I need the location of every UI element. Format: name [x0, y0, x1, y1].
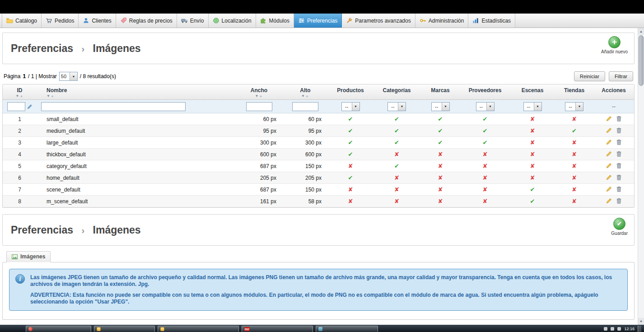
col-header-nombre[interactable]: Nombre▼▲	[37, 84, 235, 100]
taskbar-window-5[interactable]	[316, 326, 378, 332]
edit-pencil-icon[interactable]	[606, 116, 612, 123]
tab-modulos[interactable]: Módulos	[256, 14, 294, 28]
tab-envio[interactable]: Envío	[177, 14, 209, 28]
id-filter-input[interactable]	[7, 102, 25, 111]
check-icon: ✔	[348, 151, 353, 158]
tab-reglas-de-precios[interactable]: Reglas de precios	[116, 14, 177, 28]
table-row[interactable]: 1small_default60 px60 px✔✔✔✔✘✘	[3, 113, 634, 125]
show-desktop-button[interactable]	[638, 326, 641, 332]
edit-pencil-icon[interactable]	[606, 186, 612, 193]
delete-trash-icon[interactable]	[616, 151, 621, 158]
info-paragraph: ADVERTENCIA: Esta función no puede ser c…	[30, 292, 620, 305]
taskbar-window-2[interactable]	[94, 326, 155, 332]
tray-icon[interactable]	[611, 327, 614, 331]
taskbar-window-3[interactable]	[158, 326, 239, 332]
col-header-id[interactable]: ID▼▲	[3, 84, 37, 100]
scrollbar-thumb[interactable]	[639, 35, 644, 86]
row-escenas-cell: ✘	[510, 113, 555, 125]
edit-pencil-icon[interactable]	[606, 163, 612, 170]
taskbar-clock: 12:16	[624, 327, 635, 331]
tray-icon[interactable]	[604, 327, 607, 331]
edit-pencil-icon[interactable]	[606, 127, 612, 135]
sort-desc-icon[interactable]: ▼	[301, 94, 305, 98]
filter-button[interactable]: Filtrar	[609, 71, 633, 81]
edit-pencil-icon[interactable]	[606, 151, 612, 158]
delete-trash-icon[interactable]	[616, 116, 621, 123]
key-icon	[420, 17, 426, 24]
form-header-panel: Preferencias › Imágenes ✔ Guardar	[2, 214, 635, 246]
tab-estadisticas[interactable]: Estadísticas	[468, 14, 515, 28]
cross-icon: ✘	[530, 151, 535, 158]
row-name-cell: thickbox_default	[37, 149, 235, 160]
per-page-select[interactable]: 50 ▼	[59, 72, 78, 81]
table-row[interactable]: 6home_default205 px205 px✔✘✘✘✘✘	[3, 172, 634, 184]
row-tiendas-cell: ✘	[555, 196, 593, 207]
tray-icon[interactable]	[617, 327, 621, 331]
taskbar-window-1[interactable]	[26, 326, 91, 332]
table-row[interactable]: 8m_scene_default161 px58 px✘✘✘✘✔✘	[3, 196, 634, 207]
table-row[interactable]: 3large_default300 px300 px✔✔✔✔✘✘	[3, 137, 634, 149]
col-header-proveedores: Proveedores	[460, 84, 510, 100]
sort-desc-icon[interactable]: ▼	[16, 94, 20, 98]
sort-asc-icon[interactable]: ▲	[51, 94, 55, 98]
marcas-filter-select[interactable]: --▼	[431, 102, 450, 111]
delete-trash-icon[interactable]	[616, 163, 621, 170]
row-productos-cell: ✔	[328, 137, 373, 149]
sort-asc-icon[interactable]: ▲	[259, 94, 263, 98]
alto-filter-input[interactable]	[292, 102, 318, 111]
delete-trash-icon[interactable]	[616, 174, 621, 182]
breadcrumb-parent: Preferencias	[11, 42, 73, 54]
table-row[interactable]: 2medium_default95 px95 px✔✔✔✔✘✔	[3, 125, 634, 137]
tab-administracion[interactable]: Administración	[415, 14, 469, 28]
ancho-filter-input[interactable]	[246, 102, 272, 111]
proveedores-filter-select[interactable]: --▼	[476, 102, 495, 111]
sort-desc-icon[interactable]: ▼	[255, 94, 259, 98]
taskbar-window-4[interactable]: PDF	[242, 326, 313, 332]
productos-filter-select[interactable]: --▼	[341, 102, 360, 111]
categorias-filter-select[interactable]: --▼	[387, 102, 406, 111]
table-row[interactable]: 4thickbox_default600 px600 px✔✘✘✘✘✘	[3, 149, 634, 160]
delete-trash-icon[interactable]	[616, 139, 621, 146]
col-header-alto[interactable]: Alto▼▲	[283, 84, 328, 100]
tab-clientes[interactable]: Clientes	[79, 14, 116, 28]
row-alto-cell: 58 px	[283, 196, 328, 207]
price-tag-icon	[120, 17, 127, 24]
dropdown-arrow-icon: ▼	[398, 103, 406, 111]
page-current: 1	[23, 73, 26, 79]
plus-icon: +	[608, 36, 621, 48]
add-new-button[interactable]: + Añadir nuevo	[601, 36, 628, 54]
delete-trash-icon[interactable]	[616, 186, 621, 193]
tiendas-filter-select[interactable]: --▼	[565, 102, 583, 111]
nombre-filter-input[interactable]	[41, 102, 186, 111]
reset-button[interactable]: Reiniciar	[574, 71, 605, 81]
tab-preferencias[interactable]: Preferencias	[294, 14, 342, 28]
row-categorias-cell: ✔	[373, 125, 420, 137]
delete-trash-icon[interactable]	[616, 127, 621, 135]
row-productos-cell: ✘	[328, 184, 373, 196]
dropdown-arrow-icon: ▼	[486, 103, 494, 111]
breadcrumb-current: Imágenes	[93, 42, 141, 54]
col-header-ancho[interactable]: Ancho▼▲	[235, 84, 283, 100]
cross-icon: ✘	[530, 174, 535, 181]
check-icon: ✔	[483, 139, 488, 146]
sort-desc-icon[interactable]: ▼	[47, 94, 51, 98]
vertical-scrollbar[interactable]: ▲ ▼	[638, 28, 644, 325]
table-row[interactable]: 7scene_default687 px150 px✘✘✘✘✔✘	[3, 184, 634, 196]
escenas-filter-select[interactable]: --▼	[523, 102, 542, 111]
save-button[interactable]: ✔ Guardar	[611, 218, 628, 236]
globe-icon	[213, 17, 219, 24]
edit-pencil-icon[interactable]	[606, 139, 612, 146]
tab-catalogo[interactable]: Catálogo	[2, 14, 42, 28]
edit-pencil-icon[interactable]	[606, 174, 612, 182]
scroll-up-arrow-icon[interactable]: ▲	[638, 28, 644, 35]
cross-icon: ✘	[572, 116, 577, 122]
scroll-down-arrow-icon[interactable]: ▼	[638, 318, 644, 325]
sort-asc-icon[interactable]: ▲	[305, 94, 309, 98]
sort-asc-icon[interactable]: ▲	[20, 94, 24, 98]
tab-parametros-avanzados[interactable]: Parametros avanzados	[342, 14, 415, 28]
table-row[interactable]: 5category_default687 px150 px✘✔✘✘✘✘	[3, 160, 634, 172]
edit-pencil-icon[interactable]	[606, 198, 612, 205]
delete-trash-icon[interactable]	[616, 198, 621, 205]
tab-pedidos[interactable]: Pedidos	[42, 14, 79, 28]
tab-localizacion[interactable]: Localización	[209, 14, 256, 28]
